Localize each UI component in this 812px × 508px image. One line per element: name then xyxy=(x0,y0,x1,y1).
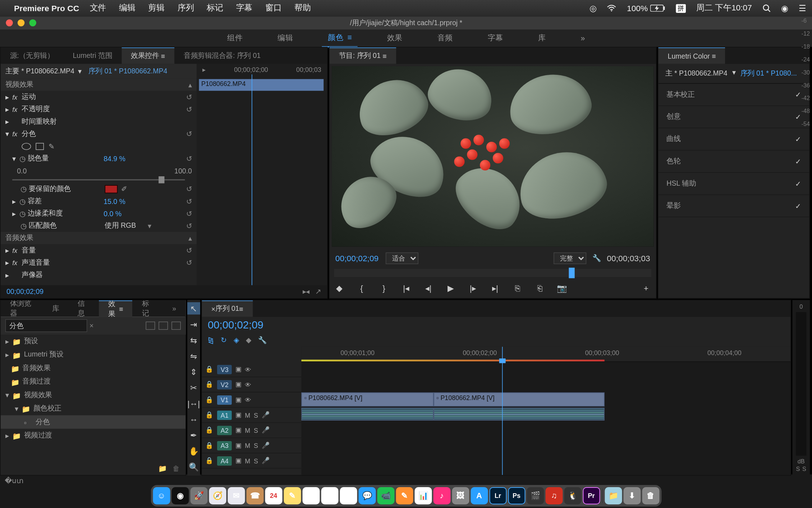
tab-source[interactable]: 源:（无剪辑） xyxy=(1,47,64,64)
check-icon[interactable]: ✓ xyxy=(795,113,801,121)
reset-icon[interactable]: ↺ xyxy=(186,259,192,267)
ec-export-icon[interactable]: ↗ xyxy=(315,287,321,296)
ec-timecode[interactable]: 00;00;02;09 xyxy=(6,287,43,296)
tab-libraries[interactable]: 库 xyxy=(43,300,69,317)
lumetri-vignette[interactable]: 晕影✓ xyxy=(659,195,809,217)
dock-app-finder[interactable]: ☺ xyxy=(153,487,170,504)
check-icon[interactable]: ✓ xyxy=(795,91,801,99)
eye-icon[interactable]: 👁 xyxy=(245,381,251,388)
fx-opacity[interactable]: ▸fx不透明度↺ xyxy=(1,103,197,115)
collapse-icon[interactable]: ▴ xyxy=(188,234,192,242)
clip-a1-a[interactable] xyxy=(301,408,433,421)
tab-markers[interactable]: 标记 xyxy=(133,300,163,317)
notification-center-icon[interactable]: ☰ xyxy=(799,4,806,13)
dock-app-calendar[interactable]: 24 xyxy=(265,487,282,504)
step-back-icon[interactable]: ◂| xyxy=(423,283,433,293)
track-header-v3[interactable]: 🔒V3▣👁 xyxy=(202,362,302,377)
dock-app-premiere[interactable]: Pr xyxy=(583,487,600,504)
track-header-a1[interactable]: 🔒A1▣MS🎤 xyxy=(202,408,302,423)
dock-app-lightroom[interactable]: Lr xyxy=(489,487,506,504)
accel-fx-icon[interactable] xyxy=(146,322,155,330)
lock-icon[interactable]: 🔒 xyxy=(205,396,214,404)
check-icon[interactable]: ✓ xyxy=(795,157,801,165)
tree-audio-effects[interactable]: 📁音频效果 xyxy=(1,361,185,375)
track-select-tool-icon[interactable]: ⇥ xyxy=(187,318,200,330)
menu-help[interactable]: 帮助 xyxy=(294,3,311,13)
clip-v1-b[interactable]: ▫ P1080662.MP4 [V] xyxy=(433,393,605,407)
wifi-icon[interactable] xyxy=(607,5,616,12)
timeline-playhead[interactable] xyxy=(502,347,503,475)
param-amount[interactable]: ▾◷脱色量84.9 %↺ xyxy=(1,152,197,164)
menu-clip[interactable]: 剪辑 xyxy=(148,3,165,13)
reset-icon[interactable]: ↺ xyxy=(186,246,192,255)
tree-presets[interactable]: ▸📁预设 xyxy=(1,335,185,348)
dock-app-contacts[interactable]: ☎ xyxy=(246,487,263,504)
goto-in-icon[interactable]: |◂ xyxy=(401,283,411,293)
menu-sequence[interactable]: 序列 xyxy=(178,3,194,13)
reset-icon[interactable]: ↺ xyxy=(186,130,192,138)
mini-tl-clip[interactable]: P1080662.MP4 xyxy=(199,79,324,91)
workspace-titles[interactable]: 字幕 xyxy=(482,29,509,47)
reset-icon[interactable]: ↺ xyxy=(186,185,192,193)
dock-app-notes[interactable]: ✎ xyxy=(284,487,301,504)
tab-program[interactable]: 节目: 序列 01 ≡ xyxy=(330,47,396,64)
program-zoom-select[interactable]: 适合 xyxy=(386,253,418,264)
tree-lumetri-presets[interactable]: ▸📁Lumetri 预设 xyxy=(1,348,185,361)
app-name[interactable]: Premiere Pro CC xyxy=(14,4,79,13)
track-header-v1[interactable]: 🔒V1▣👁 xyxy=(202,393,302,408)
tab-sequence[interactable]: × 序列 01 ≡ xyxy=(202,300,253,317)
export-frame-icon[interactable]: 📷 xyxy=(556,283,567,293)
dock-app-numbers[interactable]: 📊 xyxy=(414,487,432,504)
workspace-overflow[interactable]: » xyxy=(575,30,591,46)
param-color-to-leave[interactable]: ◷要保留的颜色✐↺ xyxy=(1,183,197,195)
screencast-icon[interactable]: ◎ xyxy=(589,4,597,13)
param-edge-softness[interactable]: ▸◷边缘柔和度0.0 %↺ xyxy=(1,207,197,219)
tree-video-transitions[interactable]: ▸📁视频过渡 xyxy=(1,429,185,442)
timeline-area[interactable]: 00;00;01;00 00;00;02;00 00;00;03;00 00;0… xyxy=(301,347,790,475)
program-resolution-select[interactable]: 完整 xyxy=(554,253,586,264)
param-tolerance[interactable]: ▸◷容差15.0 %↺ xyxy=(1,195,197,207)
dock-app-maps[interactable]: 🗺 xyxy=(321,487,338,504)
param-match-colors[interactable]: ◷匹配颜色使用 RGB▾↺ xyxy=(1,220,197,232)
mic-icon[interactable]: 🎤 xyxy=(262,442,270,449)
ec-toggle-icon[interactable]: ▸◂ xyxy=(303,287,310,296)
wrench-icon[interactable]: 🔧 xyxy=(592,254,601,263)
program-scrubber[interactable] xyxy=(334,269,651,277)
reset-icon[interactable]: ↺ xyxy=(186,93,192,101)
linked-selection-icon[interactable]: ↻ xyxy=(221,336,226,344)
dock-app-reminders[interactable]: ☑ xyxy=(302,487,320,504)
tree-video-effects[interactable]: ▾📁视频效果 xyxy=(1,388,185,402)
timeline-timecode[interactable]: 00;00;02;09 xyxy=(208,319,785,331)
add-button-icon[interactable]: + xyxy=(641,283,651,293)
reset-icon[interactable]: ↺ xyxy=(186,209,192,218)
tab-effect-controls[interactable]: 效果控件 ≡ xyxy=(121,47,174,64)
rate-stretch-tool-icon[interactable]: ⇕ xyxy=(187,366,200,378)
dock-app-facetime[interactable]: 📹 xyxy=(377,487,394,504)
lock-icon[interactable]: 🔒 xyxy=(205,442,214,449)
fx-volume[interactable]: ▸fx音量↺ xyxy=(1,244,197,257)
rolling-tool-icon[interactable]: ⇋ xyxy=(187,350,200,362)
tl-settings-icon[interactable]: 🔧 xyxy=(258,336,267,344)
dock-app-pages[interactable]: ✎ xyxy=(396,487,413,504)
yuv-fx-icon[interactable] xyxy=(171,322,181,330)
lock-icon[interactable]: 🔒 xyxy=(205,457,214,464)
mini-tl-playhead[interactable] xyxy=(251,74,252,285)
param-amount-slider[interactable] xyxy=(1,177,197,183)
workspace-editing[interactable]: 编辑 xyxy=(272,29,299,47)
lumetri-creative[interactable]: 创意✓ xyxy=(659,106,809,128)
lift-icon[interactable]: ⎘ xyxy=(512,283,523,293)
mic-icon[interactable]: 🎤 xyxy=(262,426,270,434)
track-header-a4[interactable]: 🔒A4▣MS🎤 xyxy=(202,453,302,468)
reset-icon[interactable]: ↺ xyxy=(186,222,192,230)
in-point-icon[interactable]: { xyxy=(356,283,367,293)
ellipse-mask-icon[interactable] xyxy=(22,142,31,150)
lumetri-color-wheels[interactable]: 色轮✓ xyxy=(659,150,809,173)
add-marker-icon[interactable]: ◈ xyxy=(234,336,239,344)
eye-icon[interactable]: 👁 xyxy=(245,366,251,373)
pen-mask-icon[interactable]: ✎ xyxy=(49,142,54,150)
workspace-effects[interactable]: 效果 xyxy=(381,29,408,47)
menu-marker[interactable]: 标记 xyxy=(207,3,223,13)
fx-leave-color[interactable]: ▾fx分色↺ xyxy=(1,128,197,140)
menu-edit[interactable]: 编辑 xyxy=(119,3,136,13)
tl-marker-icon[interactable]: ◆ xyxy=(246,336,251,344)
